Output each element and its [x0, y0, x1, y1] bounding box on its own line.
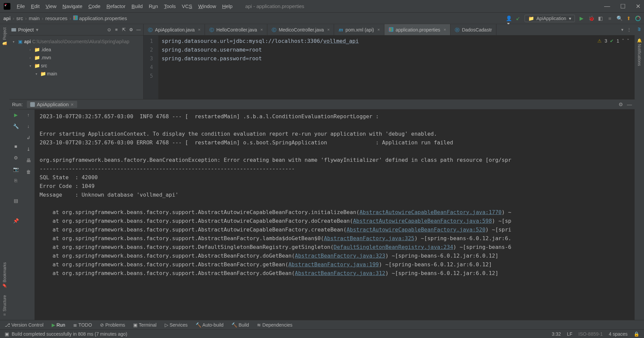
tool-dependencies-tab[interactable]: ≋ Dependencies: [257, 322, 292, 328]
tool-services-tab[interactable]: ▷ Services: [165, 322, 188, 328]
settings-gear-icon[interactable]: ⚙: [619, 102, 623, 108]
collapse-all-icon[interactable]: ⇱: [121, 27, 126, 32]
check-icon[interactable]: ✔: [610, 38, 614, 44]
close-icon[interactable]: ×: [198, 27, 201, 32]
sync-icon[interactable]: ⬆: [626, 16, 631, 21]
soft-wrap-icon[interactable]: ↲: [26, 135, 31, 140]
caret-position[interactable]: 3:32: [552, 331, 561, 337]
tool-structure-tab[interactable]: ⌗ Structure: [2, 292, 7, 320]
tab-list-icon[interactable]: ▾: [621, 27, 624, 32]
close-icon[interactable]: ×: [71, 102, 74, 107]
run-console[interactable]: 2023-10-07T20:32:57.657-03:00 INFO 4768 …: [35, 110, 635, 320]
project-tree[interactable]: ▾ ▣ api C:\Users\aalso\Documents\Alura\S…: [9, 36, 143, 99]
expand-all-icon[interactable]: ≡: [114, 27, 119, 32]
tree-root[interactable]: ▾ ▣ api C:\Users\aalso\Documents\Alura\S…: [9, 38, 143, 46]
run-config-tab[interactable]: ApiApplication ×: [27, 101, 77, 108]
print-icon[interactable]: 🖶: [26, 158, 31, 163]
wrench-icon[interactable]: 🔧: [13, 124, 19, 129]
breadcrumb-item[interactable]: application.properties: [73, 15, 127, 21]
line-ending[interactable]: LF: [567, 331, 572, 337]
tool-notifications-tab[interactable]: 🔔 Notifications: [637, 35, 642, 69]
editor-annotations[interactable]: ⚠3 ✔1 ˄ ˅: [597, 38, 629, 44]
breadcrumb-item[interactable]: api: [3, 15, 16, 21]
run-icon[interactable]: ▶: [579, 16, 584, 21]
exit-icon[interactable]: ⎘: [14, 178, 17, 183]
scroll-to-end-icon[interactable]: ⤓: [26, 146, 31, 152]
close-icon[interactable]: ×: [444, 27, 446, 32]
window-maximize-icon[interactable]: ☐: [620, 3, 626, 10]
menu-window[interactable]: Window: [198, 3, 216, 9]
editor-tab[interactable]: ⒸMedicoController.java×: [267, 24, 334, 35]
menu-build[interactable]: Build: [131, 3, 143, 9]
clear-icon[interactable]: 🗑: [26, 169, 31, 175]
rerun-icon[interactable]: ▶: [14, 112, 18, 118]
breadcrumb-item[interactable]: src: [16, 15, 29, 21]
tree-item[interactable]: ▾📁 main: [9, 70, 143, 78]
menu-code[interactable]: Code: [89, 3, 101, 9]
editor-tab[interactable]: ⒸHelloController.java×: [205, 24, 267, 35]
tool-autobuild-tab[interactable]: 🔨 Auto-build: [196, 322, 223, 328]
tree-item[interactable]: ▾📁 src: [9, 62, 143, 70]
close-icon[interactable]: ×: [327, 27, 330, 32]
tool-todo-tab[interactable]: ≣ TODO: [73, 322, 92, 328]
ide-actions-icon[interactable]: [635, 16, 641, 21]
menu-tools[interactable]: Tools: [164, 3, 176, 9]
editor-tab[interactable]: ⒸApiApplication.java×: [144, 24, 205, 35]
indent-setting[interactable]: 4 spaces: [609, 331, 628, 337]
user-switch-icon[interactable]: 👤▾: [506, 16, 511, 21]
editor-tab[interactable]: mpom.xml (api)×: [334, 24, 384, 35]
warning-icon[interactable]: ⚠: [597, 38, 602, 44]
tool-build-tab[interactable]: 🔨 Build: [231, 322, 249, 328]
chevron-up-icon[interactable]: ˄: [622, 38, 624, 44]
tool-project-tab[interactable]: 📂 Project: [2, 24, 7, 50]
coverage-icon[interactable]: ◧: [598, 16, 603, 21]
tool-terminal-tab[interactable]: ▣ Terminal: [133, 322, 157, 328]
hide-panel-icon[interactable]: ―: [136, 27, 141, 32]
menu-edit[interactable]: Edit: [31, 3, 40, 9]
hide-panel-icon[interactable]: ―: [627, 102, 632, 108]
tree-item[interactable]: ›📁 .mvn: [9, 54, 143, 62]
project-title[interactable]: Project ▾: [11, 27, 39, 33]
close-icon[interactable]: ×: [377, 27, 380, 32]
tab-more-icon[interactable]: ⋮: [627, 27, 631, 32]
code-editor[interactable]: 12345 spring.datasource.url=jdbc:mysql:/…: [144, 36, 635, 99]
tool-vc-tab[interactable]: ⎇ Version Control: [5, 322, 44, 328]
tool-bookmarks-tab[interactable]: 🔖 Bookmarks: [2, 259, 7, 292]
menu-navigate[interactable]: Navigate: [62, 3, 82, 9]
file-encoding[interactable]: ISO-8859-1: [579, 331, 603, 337]
menu-file[interactable]: File: [17, 3, 25, 9]
breadcrumb-item[interactable]: resources: [45, 15, 73, 21]
stop-icon[interactable]: ■: [607, 16, 612, 21]
chevron-down-icon[interactable]: ˅: [627, 38, 629, 44]
window-minimize-icon[interactable]: ―: [604, 3, 610, 10]
status-widgets-icon[interactable]: ▣: [5, 331, 9, 337]
tool-run-tab[interactable]: ▶ Run: [52, 322, 65, 328]
editor-tab[interactable]: ⓇDadosCadastr: [450, 24, 496, 35]
read-lock-icon[interactable]: 🔒: [634, 331, 639, 337]
select-opened-icon[interactable]: ⊙: [106, 27, 112, 32]
settings-gear-icon[interactable]: ⚙: [14, 155, 18, 160]
menu-vcs[interactable]: VCS: [182, 3, 192, 9]
debug-icon[interactable]: 🐞: [588, 16, 594, 21]
window-close-icon[interactable]: ✕: [636, 3, 641, 10]
settings-gear-icon[interactable]: ⚙: [128, 27, 134, 32]
tool-problems-tab[interactable]: ⊘ Problems: [100, 322, 125, 328]
run-config-selector[interactable]: 📁 ApiApplication ▾: [525, 15, 575, 22]
menu-run[interactable]: Run: [149, 3, 158, 9]
tool-maven-tab[interactable]: m: [637, 24, 642, 35]
menu-refactor[interactable]: Refactor: [106, 3, 125, 9]
tree-item[interactable]: ›📁 .idea: [9, 46, 143, 54]
pin-icon[interactable]: 📌: [13, 218, 19, 223]
up-icon[interactable]: ↑: [27, 112, 30, 118]
close-icon[interactable]: ×: [260, 27, 263, 32]
editor-tab-active[interactable]: application.properties×: [384, 24, 451, 35]
camera-icon[interactable]: 📷: [13, 166, 19, 172]
stop-icon[interactable]: ■: [14, 144, 17, 149]
search-icon[interactable]: 🔍: [616, 16, 622, 21]
menu-view[interactable]: View: [46, 3, 56, 9]
menu-help[interactable]: Help: [222, 3, 232, 9]
down-icon[interactable]: ↓: [27, 124, 30, 129]
breadcrumb-item[interactable]: main: [29, 15, 46, 21]
vcs-update-icon[interactable]: ↙: [515, 16, 521, 21]
layout-icon[interactable]: ▤: [14, 198, 18, 203]
